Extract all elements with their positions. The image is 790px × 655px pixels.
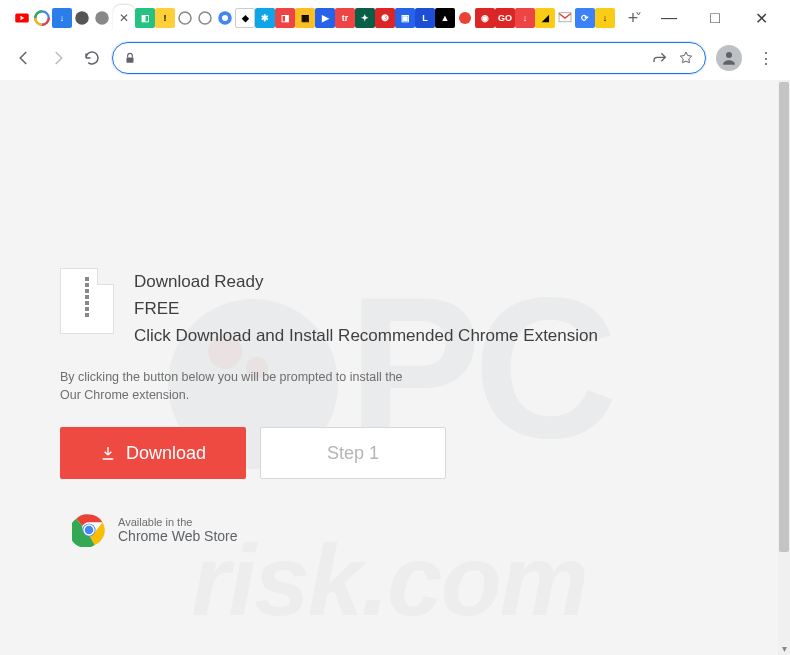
hero-line2: FREE [134, 295, 598, 322]
window-controls: ˅ — □ ✕ [635, 0, 784, 36]
tab-favicon[interactable]: ↓ [595, 8, 615, 28]
disclaimer-text: By clicking the button below you will be… [60, 368, 718, 406]
window-maximize-button[interactable]: □ [692, 2, 738, 34]
svg-point-6 [75, 11, 89, 25]
scroll-down-arrow-icon[interactable]: ▾ [778, 641, 790, 655]
tab-strip: ↓ ✕ ◧ ! ◆ ✱ ◨ ▦ ▶ tr ✦ ❸ ▣ L ▲ ◉ GO ↓ ◢ … [0, 5, 645, 31]
store-text: Available in the Chrome Web Store [118, 516, 238, 544]
back-button[interactable] [10, 44, 38, 72]
reload-button[interactable] [78, 44, 106, 72]
tab-favicon[interactable]: ◆ [235, 8, 255, 28]
download-button-label: Download [126, 443, 206, 464]
store-small-text: Available in the [118, 516, 238, 528]
hero-line1: Download Ready [134, 268, 598, 295]
tab-favicon[interactable] [215, 8, 235, 28]
svg-rect-14 [127, 57, 134, 62]
lock-icon [123, 51, 137, 65]
tab-favicon[interactable]: ↓ [52, 8, 72, 28]
window-minimize-button[interactable]: — [646, 2, 692, 34]
svg-point-19 [84, 525, 94, 535]
file-icon [60, 268, 114, 334]
hero-line3: Click Download and Install Recommended C… [134, 322, 598, 349]
tab-favicon[interactable] [12, 8, 32, 28]
tab-favicon[interactable]: ◧ [135, 8, 155, 28]
scrollbar-thumb[interactable] [779, 82, 789, 552]
close-icon[interactable]: ✕ [119, 11, 129, 25]
page-viewport: ▾ PC risk.com Download Ready FREE Click … [0, 80, 790, 655]
tab-favicon[interactable]: ◉ [475, 8, 495, 28]
active-tab[interactable]: ✕ [113, 5, 135, 31]
tab-favicon[interactable]: ❸ [375, 8, 395, 28]
tab-favicon[interactable]: ◢ [535, 8, 555, 28]
browser-toolbar: ⋮ [0, 36, 790, 80]
svg-point-11 [222, 15, 228, 21]
download-icon [100, 445, 116, 461]
svg-point-12 [459, 12, 471, 24]
bookmark-button[interactable] [677, 49, 695, 67]
tab-favicon[interactable]: ✦ [355, 8, 375, 28]
star-icon [678, 50, 694, 66]
profile-button[interactable] [716, 45, 742, 71]
dots-vertical-icon: ⋮ [758, 50, 774, 67]
tab-favicon[interactable]: tr [335, 8, 355, 28]
hero-text: Download Ready FREE Click Download and I… [134, 268, 598, 350]
tab-favicon[interactable] [92, 8, 112, 28]
tab-favicon[interactable]: ▣ [395, 8, 415, 28]
svg-point-8 [179, 12, 191, 24]
window-close-button[interactable]: ✕ [738, 2, 784, 34]
tab-favicon[interactable]: L [415, 8, 435, 28]
svg-point-15 [726, 52, 732, 58]
tab-favicon[interactable]: ✱ [255, 8, 275, 28]
step-button[interactable]: Step 1 [260, 427, 446, 479]
tab-favicon[interactable]: ▲ [435, 8, 455, 28]
download-button[interactable]: Download [60, 427, 246, 479]
tab-favicon[interactable]: GO [495, 8, 515, 28]
zipper-icon [81, 277, 93, 325]
tab-favicon[interactable]: ! [155, 8, 175, 28]
tab-favicon[interactable] [555, 8, 575, 28]
tab-favicon[interactable]: ↓ [515, 8, 535, 28]
tabs-dropdown-icon[interactable]: ˅ [635, 10, 642, 26]
reload-icon [83, 49, 101, 67]
svg-point-9 [199, 12, 211, 24]
tab-favicon[interactable]: ⟳ [575, 8, 595, 28]
arrow-right-icon [49, 49, 67, 67]
titlebar: ↓ ✕ ◧ ! ◆ ✱ ◨ ▦ ▶ tr ✦ ❸ ▣ L ▲ ◉ GO ↓ ◢ … [0, 0, 790, 36]
person-icon [720, 49, 738, 67]
page-content: PC risk.com Download Ready FREE Click Do… [0, 80, 778, 655]
tab-favicon[interactable]: ◨ [275, 8, 295, 28]
store-big-text: Chrome Web Store [118, 528, 238, 544]
tab-favicon[interactable] [195, 8, 215, 28]
menu-button[interactable]: ⋮ [752, 49, 780, 68]
step-button-label: Step 1 [327, 443, 379, 464]
chrome-store-badge[interactable]: Available in the Chrome Web Store [72, 513, 718, 547]
forward-button[interactable] [44, 44, 72, 72]
button-row: Download Step 1 [60, 427, 718, 479]
address-bar[interactable] [112, 42, 706, 74]
share-icon [652, 50, 668, 66]
tab-favicon[interactable] [32, 8, 52, 28]
hero-row: Download Ready FREE Click Download and I… [60, 268, 718, 350]
arrow-left-icon [15, 49, 33, 67]
vertical-scrollbar[interactable]: ▾ [778, 80, 790, 655]
svg-point-7 [95, 11, 109, 25]
tab-favicon[interactable] [175, 8, 195, 28]
tab-favicon[interactable]: ▶ [315, 8, 335, 28]
tab-favicon[interactable] [72, 8, 92, 28]
tab-favicon[interactable]: ▦ [295, 8, 315, 28]
share-button[interactable] [651, 49, 669, 67]
chrome-icon [72, 513, 106, 547]
tab-favicon[interactable] [455, 8, 475, 28]
